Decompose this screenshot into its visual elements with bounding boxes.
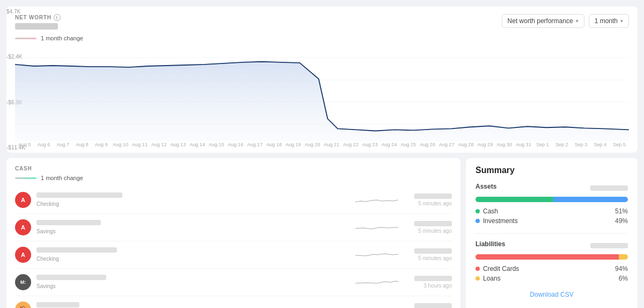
x-label: Aug 30 (495, 142, 514, 147)
cash-pct: 51% (615, 207, 628, 215)
cc-dot-icon (475, 267, 480, 271)
account-time: 5 minutes ago (404, 255, 452, 261)
x-label: Sep 5 (610, 142, 629, 147)
account-name-blur (36, 302, 79, 307)
investments-pct: 49% (615, 217, 628, 225)
avatar: A (15, 247, 31, 263)
x-label: Aug 12 (149, 142, 169, 147)
cash-legend-bar-icon (15, 177, 36, 179)
x-label: Aug 17 (245, 142, 265, 147)
cash-dot-icon (475, 209, 480, 213)
account-name-blur (36, 220, 101, 225)
liabilities-section-header: Liabilities (475, 240, 628, 251)
summary-card: Summary Assets Cash 51% (466, 158, 638, 308)
account-type: Savings (36, 228, 56, 234)
cc-pct: 94% (615, 265, 628, 273)
x-label: Aug 15 (207, 142, 226, 147)
cash-title: CASH (15, 166, 452, 171)
liabilities-bar-loans (619, 254, 628, 260)
assets-bar-cash (475, 197, 553, 202)
x-label: Aug 20 (303, 142, 322, 147)
assets-legend: Cash 51% Investments 49% (475, 207, 628, 225)
account-value-blur (414, 303, 452, 308)
x-label: Aug 21 (322, 142, 341, 147)
account-right: 4 hours ago (404, 303, 452, 308)
account-right: 5 minutes ago (404, 221, 452, 234)
x-label: Aug 8 (72, 142, 92, 147)
account-time: 3 hours ago (404, 283, 452, 289)
account-value-blur (414, 221, 452, 226)
account-info: Checking (36, 192, 350, 207)
account-name-blur (36, 247, 117, 253)
account-row: A Checking 5 minutes ago (15, 187, 452, 214)
liabilities-legend: Credit Cards 94% Loans 6% (475, 265, 628, 282)
account-info: Savings (36, 220, 350, 235)
net-worth-header: NET WORTH i 1 month change Net worth per… (15, 14, 629, 44)
x-label: Aug 10 (111, 142, 130, 147)
account-list: A Checking 5 minutes ago A (15, 187, 452, 308)
x-label: Aug 7 (54, 142, 73, 147)
x-label: Sep 2 (552, 142, 572, 147)
account-row: M: Savings 3 hours ago (15, 269, 452, 296)
account-type: Checking (36, 256, 59, 262)
x-label: Sep 1 (533, 142, 552, 147)
account-type: Savings (36, 283, 56, 289)
chevron-down-icon: ▾ (576, 18, 579, 24)
legend-item-cc: Credit Cards 94% (475, 265, 628, 273)
x-label: Aug 28 (456, 142, 475, 147)
x-label: Aug 31 (514, 142, 533, 147)
chart-controls: Net worth performance ▾ 1 month ▾ (502, 14, 629, 28)
avatar: A (15, 219, 31, 235)
x-label: Aug 13 (169, 142, 188, 147)
account-type: Checking (36, 201, 59, 207)
net-worth-card: NET WORTH i 1 month change Net worth per… (6, 6, 638, 153)
cash-card: CASH 1 month change A Checking (6, 158, 460, 308)
x-label: Aug 22 (341, 142, 361, 147)
account-name-blur (36, 275, 106, 280)
avatar: A (15, 192, 31, 208)
legend-item-loans: Loans 6% (475, 275, 628, 282)
performance-dropdown[interactable]: Net worth performance ▾ (502, 14, 584, 28)
x-label: Aug 11 (130, 142, 150, 147)
account-sparkline (355, 302, 398, 308)
x-label: Aug 6 (34, 142, 54, 147)
legend-item-investments: Investments 49% (475, 217, 628, 225)
account-row: 🏠 Savings 4 hours ago (15, 296, 452, 308)
info-icon[interactable]: i (54, 14, 61, 21)
cash-legend: 1 month change (15, 175, 452, 181)
assets-value-blur (590, 185, 628, 191)
liabilities-label: Liabilities (475, 240, 505, 248)
liabilities-bar (475, 254, 628, 260)
assets-section-header: Assets (475, 183, 628, 194)
x-label: Aug 9 (92, 142, 111, 147)
account-sparkline (355, 192, 398, 207)
avatar: 🏠 (15, 302, 31, 308)
x-label: Sep 3 (572, 142, 591, 147)
account-name-blur (36, 192, 122, 198)
legend-item-cash: Cash 51% (475, 207, 628, 215)
x-label: Sep 4 (591, 142, 610, 147)
liabilities-value-blur (590, 243, 628, 248)
account-sparkline (355, 275, 398, 290)
download-csv-link[interactable]: Download CSV (475, 291, 628, 298)
x-label: Aug 27 (437, 142, 457, 147)
account-time: 5 minutes ago (404, 228, 452, 234)
account-right: 5 minutes ago (404, 194, 452, 206)
account-row: A Checking 5 minutes ago (15, 241, 452, 269)
bottom-row: CASH 1 month change A Checking (6, 158, 638, 308)
liabilities-bar-cc (475, 254, 619, 260)
x-label: Aug 16 (226, 142, 245, 147)
avatar: M: (15, 274, 31, 290)
loans-dot-icon (475, 276, 480, 281)
assets-label: Assets (475, 183, 496, 190)
account-sparkline (355, 220, 398, 235)
x-label: Aug 23 (361, 142, 380, 147)
x-label: Aug 25 (399, 142, 418, 147)
account-time: 5 minutes ago (404, 200, 452, 206)
period-dropdown[interactable]: 1 month ▾ (589, 14, 629, 28)
chevron-down-icon-2: ▾ (620, 18, 623, 24)
summary-title: Summary (475, 166, 628, 175)
account-value-blur (414, 194, 452, 199)
x-label: Aug 29 (475, 142, 495, 147)
account-right: 5 minutes ago (404, 248, 452, 261)
